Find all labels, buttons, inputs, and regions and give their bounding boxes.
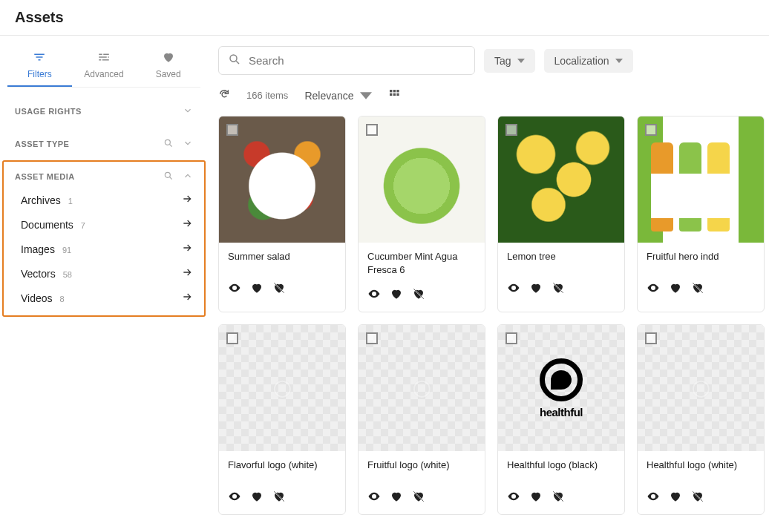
asset-thumbnail[interactable]: ◯ [219, 325, 345, 451]
heart-icon[interactable] [390, 490, 403, 505]
main: Tag Localization 166 items Relevance Sum… [208, 36, 769, 525]
topbar: Tag Localization [218, 46, 769, 75]
heart-off-icon[interactable] [412, 287, 425, 303]
eye-icon[interactable] [367, 490, 381, 505]
asset-thumbnail[interactable] [498, 116, 624, 243]
media-label: Vectors [21, 268, 56, 280]
filter-asset-media-header[interactable]: ASSET MEDIA [15, 171, 193, 183]
asset-title: Fruitful logo (white) [367, 459, 476, 472]
grid-view-button[interactable] [388, 88, 400, 102]
heart-off-icon[interactable] [691, 281, 704, 297]
eye-icon[interactable] [647, 281, 660, 297]
select-checkbox[interactable] [505, 124, 517, 136]
svg-rect-5 [396, 90, 399, 92]
svg-rect-8 [396, 93, 399, 96]
asset-card[interactable]: ◯Healthful logo (white) [637, 324, 765, 515]
search-box[interactable] [218, 46, 475, 75]
tab-label: Filters [27, 69, 52, 79]
media-item-archives[interactable]: Archives1 [15, 193, 193, 207]
asset-card[interactable]: Summer salad [218, 116, 346, 312]
media-count: 1 [68, 197, 73, 206]
asset-thumbnail[interactable]: ◯ [359, 325, 485, 451]
heart-off-icon[interactable] [552, 281, 565, 297]
select-checkbox[interactable] [645, 124, 657, 136]
filter-asset-type[interactable]: ASSET TYPE [0, 128, 208, 160]
asset-card[interactable]: Cucumber Mint Agua Fresca 6 [358, 116, 485, 312]
arrow-right-icon [181, 193, 193, 207]
asset-card[interactable]: ◯Fruitful logo (white) [358, 324, 485, 515]
layout: Filters Advanced Saved USAGE RIGHTS ASSE… [0, 36, 769, 525]
asset-card[interactable]: Lemon tree [497, 116, 625, 312]
asset-title: Cucumber Mint Agua Fresca 6 [367, 250, 476, 277]
asset-thumbnail[interactable] [638, 116, 764, 243]
select-checkbox[interactable] [226, 124, 238, 136]
sliders-icon [97, 50, 111, 66]
tab-advanced[interactable]: Advanced [72, 45, 137, 87]
heart-icon[interactable] [250, 490, 264, 505]
eye-icon[interactable] [228, 281, 241, 297]
eye-icon[interactable] [367, 287, 381, 303]
select-checkbox[interactable] [645, 332, 657, 344]
tab-filters[interactable]: Filters [7, 45, 72, 87]
sort-dropdown[interactable]: Relevance [304, 90, 371, 102]
eye-icon[interactable] [507, 490, 520, 505]
heart-off-icon[interactable] [412, 490, 425, 505]
heart-icon[interactable] [250, 281, 264, 297]
arrow-right-icon [181, 266, 193, 280]
heart-icon[interactable] [390, 287, 403, 303]
search-input[interactable] [249, 54, 465, 67]
search-icon [228, 53, 241, 68]
select-checkbox[interactable] [505, 332, 517, 344]
asset-media-list: Archives1Documents7Images91Vectors58Vide… [15, 193, 193, 305]
media-item-videos[interactable]: Videos8 [15, 291, 193, 305]
refresh-button[interactable] [218, 88, 230, 102]
asset-title: Healthful logo (white) [647, 459, 755, 472]
heart-icon[interactable] [669, 281, 682, 297]
asset-thumbnail[interactable]: ◯ [638, 325, 764, 451]
media-item-vectors[interactable]: Vectors58 [15, 266, 193, 280]
heart-icon[interactable] [529, 281, 543, 297]
eye-icon[interactable] [647, 490, 660, 505]
media-count: 91 [62, 246, 71, 254]
svg-rect-4 [393, 90, 395, 92]
tag-dropdown[interactable]: Tag [484, 49, 535, 73]
asset-title: Lemon tree [507, 250, 615, 263]
asset-thumbnail[interactable] [219, 116, 345, 243]
tab-label: Saved [156, 69, 181, 79]
heart-off-icon[interactable] [272, 490, 286, 505]
tab-label: Advanced [84, 69, 123, 79]
heart-off-icon[interactable] [691, 490, 704, 505]
asset-thumbnail[interactable]: healthful [498, 325, 624, 451]
asset-card[interactable]: ◯Flavorful logo (white) [218, 324, 346, 515]
tab-saved[interactable]: Saved [136, 45, 200, 87]
asset-card[interactable]: healthfulHealthful logo (black) [497, 324, 625, 515]
filter-usage-rights[interactable]: USAGE RIGHTS [0, 95, 208, 128]
select-checkbox[interactable] [226, 332, 238, 344]
asset-thumbnail[interactable] [359, 116, 485, 243]
eye-icon[interactable] [228, 490, 241, 505]
media-item-documents[interactable]: Documents7 [15, 217, 193, 231]
heart-off-icon[interactable] [552, 490, 565, 505]
chevron-up-icon [183, 171, 193, 183]
heart-icon[interactable] [669, 490, 682, 505]
asset-card[interactable]: Fruitful hero indd [637, 116, 765, 312]
media-count: 58 [63, 270, 72, 279]
media-label: Images [21, 243, 55, 255]
localization-dropdown[interactable]: Localization [544, 49, 633, 73]
arrow-right-icon [181, 291, 193, 305]
chevron-down-icon [183, 105, 193, 117]
svg-point-1 [165, 172, 170, 177]
search-icon[interactable] [163, 171, 174, 183]
select-checkbox[interactable] [366, 124, 378, 136]
media-item-images[interactable]: Images91 [15, 242, 193, 256]
heart-off-icon[interactable] [272, 281, 286, 297]
asset-title: Summer salad [228, 250, 336, 263]
media-label: Archives [21, 194, 61, 206]
filter-label: USAGE RIGHTS [15, 107, 82, 116]
eye-icon[interactable] [507, 281, 520, 297]
heart-icon [162, 50, 175, 66]
select-checkbox[interactable] [366, 332, 378, 344]
search-icon[interactable] [163, 138, 174, 150]
filter-label: ASSET TYPE [15, 139, 69, 148]
heart-icon[interactable] [529, 490, 543, 505]
